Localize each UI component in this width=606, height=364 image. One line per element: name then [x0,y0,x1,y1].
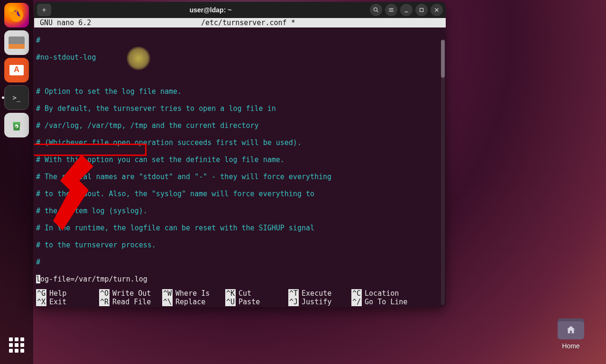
nano-app-name: GNU nano 6.2 [40,18,201,27]
running-indicator [2,97,4,99]
editor-line: # (Whichever file open operation succeed… [36,138,444,147]
svg-point-2 [374,8,377,11]
minimize-button[interactable] [400,4,413,16]
ubuntu-software-launcher[interactable] [4,58,29,82]
trash-launcher[interactable] [4,113,29,137]
editor-line: # [36,36,444,45]
shortcut-label: Replace [175,298,205,306]
files-icon [9,36,25,49]
search-button[interactable] [370,4,382,16]
shortcut-key: ^U [225,298,236,306]
shortcut-key: ^T [288,289,299,298]
editor-line-active: log-file=/var/tmp/turn.log [36,275,444,283]
desktop-home-label: Home [562,342,579,350]
shortcut-label: Go To Line [365,298,407,306]
close-icon [433,7,440,13]
shortcut-label: Execute [302,289,331,298]
home-icon [566,325,576,335]
new-tab-button[interactable] [37,4,51,16]
hamburger-icon [388,7,395,13]
editor-line: # In the runtime, the logfile can be res… [36,224,444,232]
nano-header-bar: GNU nano 6.2 /etc/turnserver.conf * [34,18,446,27]
shortcut-label: Paste [239,298,260,306]
editor-line: # Option to set the log file name. [36,87,444,96]
shortcut-key: ^O [99,289,110,298]
text-cursor: l [36,275,40,283]
nano-file-name: /etc/turnserver.conf * [201,18,295,27]
terminal-scrollbar[interactable] [441,40,445,305]
editor-line: # /var/log, /var/tmp, /tmp and the curre… [36,121,444,130]
desktop-home-folder[interactable]: Home [552,318,590,350]
shortcut-label: Cut [239,289,251,298]
scrollbar-thumb[interactable] [441,40,445,78]
shortcut-key: ^J [288,298,299,306]
editor-line: # to the turnserver process. [36,241,444,249]
ubuntu-software-icon [9,65,24,75]
shortcut-label: Help [49,289,66,298]
editor-line: # to the stdout. Also, the "syslog" name… [36,190,444,198]
shortcut-label: Where Is [175,289,210,298]
apps-grid-icon [9,337,24,353]
firefox-launcher[interactable] [4,3,29,27]
editor-line [36,70,444,79]
shortcut-label: Read File [112,298,151,306]
trash-icon [9,118,24,132]
folder-icon [558,318,584,339]
nano-editor-content[interactable]: # #no-stdout-log # Option to set the log… [34,27,446,283]
shortcut-key: ^X [36,298,46,306]
window-title: user@ldap: ~ [190,6,232,14]
shortcut-key: ^R [99,298,110,306]
editor-line: # By default, the turnserver tries to op… [36,104,444,113]
shortcut-key: ^/ [351,298,362,306]
editor-line: # [36,258,444,266]
hamburger-menu-button[interactable] [385,4,397,16]
firefox-icon [9,7,25,23]
shortcut-key: ^K [225,289,236,298]
maximize-icon [418,7,425,13]
editor-line: # With this option you can set the defin… [36,155,444,164]
shortcut-label: Write Out [112,289,151,298]
terminal-body[interactable]: GNU nano 6.2 /etc/turnserver.conf * # #n… [34,18,446,307]
dock: >_ [0,0,33,364]
shortcut-key: ^\ [162,298,173,306]
editor-line: # the system log (syslog). [36,207,444,215]
terminal-launcher[interactable]: >_ [4,85,29,110]
files-launcher[interactable] [4,30,29,55]
terminal-icon: >_ [10,92,24,103]
shortcut-key: ^C [351,289,362,298]
shortcut-key: ^W [162,289,173,298]
editor-line: # The special names are "stdout" and "-"… [36,173,444,181]
shortcut-label: Justify [302,298,331,306]
shortcut-label: Exit [49,298,66,306]
terminal-window: user@ldap: ~ GNU nano 6.2 /etc/turnserve… [34,2,446,307]
show-applications[interactable] [0,331,33,359]
shortcut-label: Location [365,289,399,298]
maximize-button[interactable] [415,4,428,16]
editor-line: #no-stdout-log [36,53,444,62]
svg-rect-3 [420,9,423,12]
titlebar[interactable]: user@ldap: ~ [34,2,446,18]
shortcut-key: ^G [36,289,46,298]
minimize-icon [403,7,410,13]
plus-icon [41,7,47,13]
nano-shortcut-bar: ^GHelp ^OWrite Out ^WWhere Is ^KCut ^TEx… [34,289,441,307]
search-icon [373,7,379,13]
close-button[interactable] [431,4,443,16]
